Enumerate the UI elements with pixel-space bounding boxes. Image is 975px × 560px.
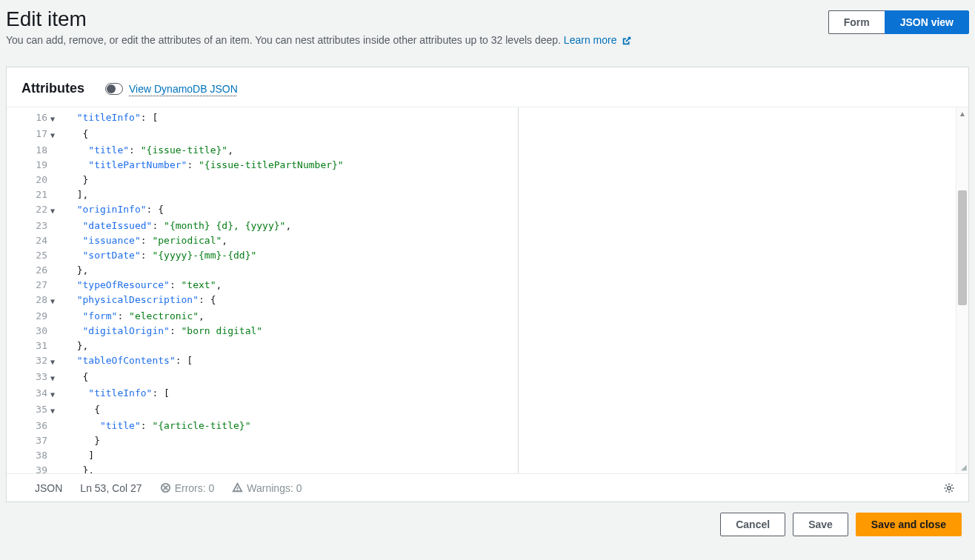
code-content[interactable]: "titlePartNumber": "{issue-titlePartNumb…	[58, 158, 344, 173]
code-content[interactable]: ],	[58, 187, 88, 202]
code-line[interactable]: 18 "title": "{issue-title}",	[7, 143, 518, 158]
code-content[interactable]: "title": "{issue-title}",	[58, 143, 233, 158]
learn-more-link[interactable]: Learn more	[564, 34, 632, 46]
cancel-button[interactable]: Cancel	[720, 513, 785, 536]
code-content[interactable]: },	[58, 463, 94, 473]
form-view-button[interactable]: Form	[828, 10, 885, 34]
fold-toggle-icon	[47, 143, 58, 158]
code-content[interactable]: "digitalOrigin": "born digital"	[58, 324, 262, 339]
code-line[interactable]: 21 ],	[7, 187, 518, 202]
code-content[interactable]: }	[58, 433, 100, 448]
line-number: 22	[7, 202, 47, 219]
code-line[interactable]: 25 "sortDate": "{yyyy}-{mm}-{dd}"	[7, 248, 518, 263]
scrollbar[interactable]: ▲	[956, 107, 968, 473]
code-line[interactable]: 39 },	[7, 463, 518, 473]
code-line[interactable]: 16▼ "titleInfo": [	[7, 110, 518, 127]
line-number: 37	[7, 433, 47, 448]
code-line[interactable]: 33▼ {	[7, 370, 518, 386]
fold-toggle-icon[interactable]: ▼	[47, 110, 58, 127]
save-and-close-button[interactable]: Save and close	[856, 513, 962, 536]
status-errors-text: Errors: 0	[175, 482, 215, 494]
code-line[interactable]: 26 },	[7, 263, 518, 278]
fold-toggle-icon	[47, 433, 58, 448]
scroll-thumb[interactable]	[958, 190, 967, 305]
learn-more-text: Learn more	[564, 34, 617, 46]
code-content[interactable]: },	[58, 339, 88, 353]
fold-toggle-icon[interactable]: ▼	[47, 202, 58, 219]
fold-toggle-icon[interactable]: ▼	[47, 127, 58, 143]
code-line[interactable]: 35▼ {	[7, 402, 518, 419]
code-content[interactable]: "form": "electronic",	[58, 309, 204, 324]
code-content[interactable]: "tableOfContents": [	[58, 353, 193, 370]
line-number: 31	[7, 339, 47, 353]
fold-toggle-icon[interactable]: ▼	[47, 402, 58, 419]
code-content[interactable]: "issuance": "periodical",	[58, 233, 227, 248]
code-content[interactable]: "originInfo": {	[58, 202, 164, 219]
code-line[interactable]: 32▼ "tableOfContents": [	[7, 353, 518, 370]
fold-toggle-icon[interactable]: ▼	[47, 370, 58, 386]
code-line[interactable]: 27 "typeOfResource": "text",	[7, 278, 518, 293]
fold-toggle-icon[interactable]: ▼	[47, 353, 58, 370]
code-line[interactable]: 24 "issuance": "periodical",	[7, 233, 518, 248]
footer-actions: Cancel Save Save and close	[6, 502, 969, 547]
editor-settings-button[interactable]	[939, 478, 959, 499]
view-toggle: Form JSON view	[828, 10, 969, 34]
code-line[interactable]: 28▼ "physicalDescription": {	[7, 293, 518, 309]
fold-toggle-icon[interactable]: ▼	[47, 386, 58, 402]
code-line[interactable]: 30 "digitalOrigin": "born digital"	[7, 324, 518, 339]
line-number: 28	[7, 293, 47, 309]
code-editor[interactable]: 16▼ "titleInfo": [17▼ {18 "title": "{iss…	[7, 107, 968, 473]
fold-toggle-icon	[47, 233, 58, 248]
code-line[interactable]: 38 ]	[7, 448, 518, 463]
code-line[interactable]: 23 "dateIssued": "{month} {d}, {yyyy}",	[7, 219, 518, 233]
warning-icon	[232, 482, 243, 493]
code-line[interactable]: 37 }	[7, 433, 518, 448]
code-content[interactable]: "title": "{article-title}"	[58, 419, 250, 433]
line-number: 18	[7, 143, 47, 158]
resize-handle-icon[interactable]: ◢	[958, 463, 968, 473]
code-line[interactable]: 22▼ "originInfo": {	[7, 202, 518, 219]
code-content[interactable]: "titleInfo": [	[58, 110, 158, 127]
code-content[interactable]: "typeOfResource": "text",	[58, 278, 222, 293]
code-line[interactable]: 36 "title": "{article-title}"	[7, 419, 518, 433]
attributes-panel: Attributes View DynamoDB JSON 16▼ "title…	[6, 67, 969, 502]
code-line[interactable]: 29 "form": "electronic",	[7, 309, 518, 324]
fold-toggle-icon	[47, 158, 58, 173]
fold-toggle-icon	[47, 278, 58, 293]
line-number: 20	[7, 173, 47, 187]
line-number: 16	[7, 110, 47, 127]
code-content[interactable]: "titleInfo": [	[58, 386, 170, 402]
fold-toggle-icon	[47, 187, 58, 202]
code-line[interactable]: 34▼ "titleInfo": [	[7, 386, 518, 402]
code-line[interactable]: 31 },	[7, 339, 518, 353]
status-warnings-text: Warnings: 0	[247, 482, 302, 494]
line-number: 17	[7, 127, 47, 143]
code-content[interactable]: }	[58, 173, 88, 187]
line-number: 30	[7, 324, 47, 339]
code-content[interactable]: ]	[58, 448, 94, 463]
code-content[interactable]: {	[58, 127, 88, 143]
status-language: JSON	[35, 482, 62, 494]
code-content[interactable]: {	[58, 370, 88, 386]
code-content[interactable]: "physicalDescription": {	[58, 293, 216, 309]
fold-toggle-icon	[47, 463, 58, 473]
error-icon	[160, 482, 171, 493]
code-content[interactable]: "sortDate": "{yyyy}-{mm}-{dd}"	[58, 248, 256, 263]
code-content[interactable]: },	[58, 263, 88, 278]
fold-toggle-icon	[47, 263, 58, 278]
code-line[interactable]: 17▼ {	[7, 127, 518, 143]
scroll-up-icon[interactable]: ▲	[956, 107, 968, 120]
status-warnings: Warnings: 0	[232, 482, 302, 494]
line-number: 21	[7, 187, 47, 202]
json-view-button[interactable]: JSON view	[885, 10, 969, 34]
code-line[interactable]: 20 }	[7, 173, 518, 187]
code-line[interactable]: 19 "titlePartNumber": "{issue-titlePartN…	[7, 158, 518, 173]
fold-toggle-icon[interactable]: ▼	[47, 293, 58, 309]
save-button[interactable]: Save	[793, 513, 848, 536]
dynamodb-json-toggle[interactable]	[105, 83, 123, 95]
code-content[interactable]: "dateIssued": "{month} {d}, {yyyy}",	[58, 219, 291, 233]
code-content[interactable]: {	[58, 402, 100, 419]
dynamodb-json-label[interactable]: View DynamoDB JSON	[129, 83, 238, 95]
fold-toggle-icon	[47, 339, 58, 353]
line-number: 38	[7, 448, 47, 463]
